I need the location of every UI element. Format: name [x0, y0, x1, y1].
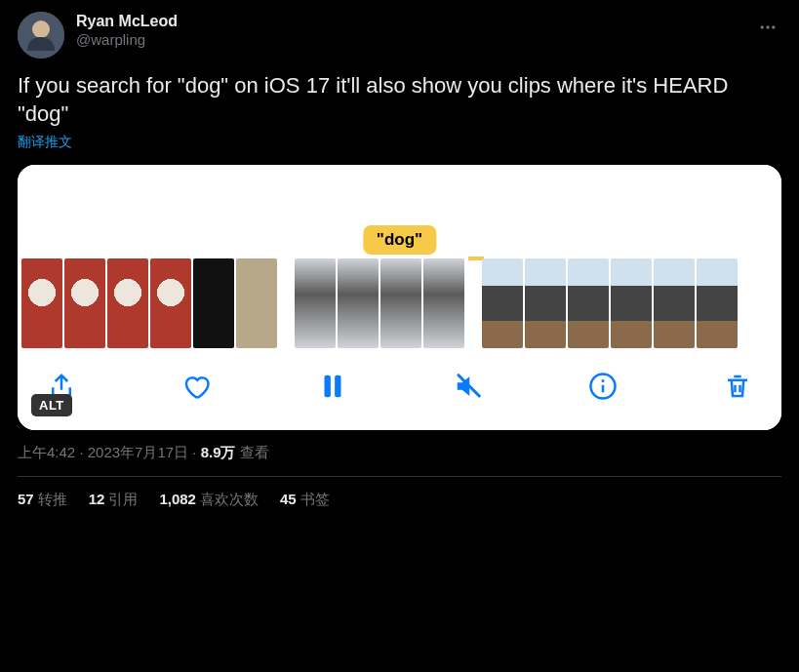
info-button[interactable] — [588, 372, 618, 401]
clip-group — [295, 258, 464, 348]
clip-thumbnail[interactable] — [150, 258, 191, 348]
clip-thumbnail[interactable] — [697, 258, 738, 348]
svg-point-3 — [766, 25, 769, 28]
video-timeline-strip[interactable] — [18, 258, 781, 348]
svg-rect-6 — [335, 376, 340, 398]
clip-thumbnail[interactable] — [338, 258, 379, 348]
views-count: 8.9万 — [201, 444, 236, 460]
display-name[interactable]: Ryan McLeod — [76, 12, 178, 31]
media-caption-area: "dog" — [18, 165, 781, 258]
handle[interactable]: @warpling — [76, 31, 178, 50]
clip-thumbnail[interactable] — [611, 258, 652, 348]
svg-point-4 — [772, 25, 775, 28]
svg-point-10 — [602, 379, 605, 382]
mute-button[interactable] — [454, 372, 483, 401]
quotes-count: 12 — [89, 491, 105, 507]
media-attachment[interactable]: "dog" — [18, 165, 781, 430]
likes-stat[interactable]: 1,082喜欢次数 — [159, 491, 259, 509]
tweet-header: Ryan McLeod @warpling — [18, 12, 781, 59]
stats-row: 57转推 12引用 1,082喜欢次数 45书签 — [18, 491, 781, 509]
retweets-label: 转推 — [38, 491, 67, 507]
alt-badge[interactable]: ALT — [31, 394, 72, 416]
bookmarks-stat[interactable]: 45书签 — [280, 491, 330, 509]
clip-thumbnail[interactable] — [525, 258, 566, 348]
translate-link[interactable]: 翻译推文 — [18, 134, 72, 151]
clip-thumbnail[interactable] — [21, 258, 62, 348]
likes-count: 1,082 — [159, 491, 196, 507]
quotes-label: 引用 — [108, 491, 138, 507]
clip-thumbnail[interactable] — [295, 258, 336, 348]
pause-button[interactable] — [316, 370, 349, 403]
tweet-time[interactable]: 上午4:42 — [18, 444, 75, 460]
clip-group — [482, 258, 738, 348]
likes-label: 喜欢次数 — [200, 491, 259, 507]
clip-thumbnail[interactable] — [568, 258, 609, 348]
retweets-count: 57 — [18, 491, 34, 507]
delete-button[interactable] — [723, 372, 752, 401]
clip-thumbnail[interactable] — [482, 258, 523, 348]
search-term-badge: "dog" — [363, 225, 436, 255]
retweets-stat[interactable]: 57转推 — [18, 491, 67, 509]
clip-group — [21, 258, 277, 348]
bookmarks-count: 45 — [280, 491, 297, 507]
divider — [18, 476, 781, 477]
avatar[interactable] — [18, 12, 64, 59]
clip-thumbnail[interactable] — [380, 258, 421, 348]
tweet-text: If you search for "dog" on iOS 17 it'll … — [18, 72, 781, 128]
svg-point-2 — [761, 25, 764, 28]
svg-point-1 — [32, 20, 50, 38]
svg-rect-5 — [324, 376, 330, 398]
author-block: Ryan McLeod @warpling — [76, 12, 178, 50]
media-toolbar — [18, 348, 781, 430]
clip-thumbnail[interactable] — [236, 258, 277, 348]
clip-thumbnail[interactable] — [654, 258, 695, 348]
clip-thumbnail[interactable] — [107, 258, 148, 348]
clip-thumbnail[interactable] — [193, 258, 234, 348]
clip-thumbnail[interactable] — [64, 258, 105, 348]
tweet-date[interactable]: 2023年7月17日 — [88, 444, 188, 460]
bookmarks-label: 书签 — [300, 491, 330, 507]
like-button[interactable] — [181, 372, 211, 401]
clip-thumbnail[interactable] — [423, 258, 464, 348]
tweet-meta: 上午4:42 · 2023年7月17日 · 8.9万 查看 — [18, 444, 781, 462]
more-options-button[interactable] — [754, 14, 781, 45]
quotes-stat[interactable]: 12引用 — [89, 491, 139, 509]
views-label: 查看 — [240, 444, 269, 460]
